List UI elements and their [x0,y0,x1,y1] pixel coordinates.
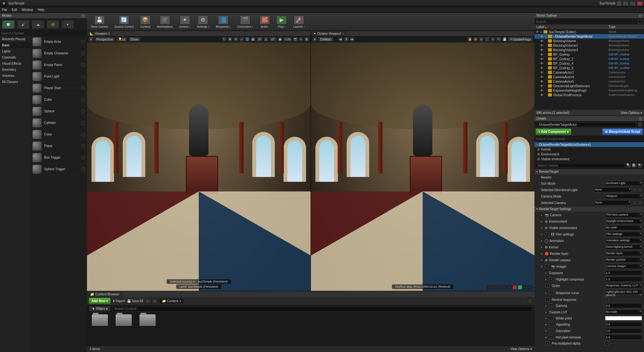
camera-speed-icon[interactable]: 📷 [293,37,298,42]
visibility-icon[interactable]: 👁 [540,39,544,43]
octane-accept-icon[interactable] [518,285,522,290]
section-header[interactable]: ▾RenderTarget [534,169,644,174]
content-browser-tab[interactable]: 📁 Content Browser [87,292,122,297]
property-combo[interactable]: Render passes ▾ [605,257,642,263]
maximize-viewport-icon[interactable]: ⊞ [304,37,309,42]
property-input[interactable] [605,270,642,275]
browse-icon[interactable] [638,122,643,127]
outliner-row[interactable]: 👁ExponentialHeightFog2ExponentialHeightF… [534,88,644,93]
actor-item[interactable]: Sphere Triggeri [31,163,87,175]
category-item[interactable]: Lights [0,48,31,54]
toolbar-content[interactable]: 📦Content [139,15,152,29]
octane-picker-icon[interactable]: ✎ [496,37,501,42]
coord-space-icon[interactable]: 🌐 [245,37,250,42]
foliage-mode-icon[interactable]: 🌿 [46,20,59,29]
outliner-view-options[interactable]: View Options ▾ [620,111,642,115]
toolbar-launch[interactable]: 🚀Launch▾ [292,15,306,29]
actor-item[interactable]: Empty Pawni [31,59,87,71]
visibility-icon[interactable]: 👁 [540,35,544,38]
outliner-row[interactable]: 👁BlockingVolume3BlockingVolume [534,48,644,52]
checkbox-icon[interactable]: ✓ [549,335,553,339]
info-icon[interactable]: i [81,167,85,171]
property-combo[interactable]: Render layer ▾ [605,251,642,256]
viewport-lit[interactable]: 💡Lit [116,37,128,42]
octane-demain-button[interactable]: DeMain [318,37,333,42]
maximize-button[interactable] [630,1,636,6]
component-row[interactable]: - OctaneRenderTargetActor(Instance) [534,142,644,147]
component-row[interactable]: ⚙Visible environment [534,157,644,162]
use-icon[interactable] [638,188,642,192]
visibility-icon[interactable]: 👁 [540,48,544,52]
octane-bl-icon[interactable] [507,285,512,290]
toolbar-marketplace[interactable]: 🛒Marketplace [156,15,174,29]
category-item[interactable]: Visual Effects [0,60,31,67]
octane-record-icon[interactable] [513,285,517,290]
property-combo[interactable]: Dominant Light ▾ [605,181,642,186]
toolbar-cinematics[interactable]: 🎬Cinematics▾ [236,15,255,29]
filters-button[interactable]: ▼ Filters ▾ [89,306,111,311]
actor-item[interactable]: Player Starti [31,82,87,94]
component-row[interactable]: ⚙Environment [534,152,644,157]
viewport-perspective[interactable]: Perspective [94,37,115,42]
outliner-row-type[interactable]: Edit BP_Godray [609,66,644,69]
landscape-mode-icon[interactable]: ⛰ [32,20,44,29]
outliner-col-type[interactable]: Type [609,25,644,29]
checkbox-icon[interactable]: ✓ [549,322,553,326]
outliner-row[interactable]: 👁BlockingVolume2BlockingVolume [534,43,644,48]
close-tab-icon[interactable]: × [342,32,344,35]
category-item[interactable]: Cinematic [0,54,31,60]
outliner-row[interactable]: 👁Global PostProcessPostProcessVolume [534,93,644,97]
info-icon[interactable]: i [81,121,85,125]
place-mode-icon[interactable]: 🧊 [2,20,15,29]
property-combo[interactable]: None ▾ [594,187,631,192]
search-classes-input[interactable]: Search Classes [0,30,87,36]
checkbox-icon[interactable]: ✓ [545,284,549,288]
property-combo[interactable]: No node ▾ [605,310,642,315]
blueprint-button[interactable]: ⚙ Blueprint/Add Script [602,129,643,135]
actor-item[interactable]: Empty Actori [31,36,87,48]
visibility-icon[interactable]: 👁 [536,30,540,34]
dock-icon[interactable] [639,14,642,17]
transform-scale-icon[interactable]: ⤢ [239,37,244,42]
visibility-icon[interactable]: 👁 [540,84,544,88]
info-icon[interactable]: i [81,133,85,136]
snap-angle-value[interactable]: 10° [269,37,277,42]
camera-speed-value[interactable]: 4 [299,37,303,42]
visibility-icon[interactable]: 👁 [540,66,544,70]
folder-item[interactable] [90,314,110,330]
menu-help[interactable]: Help [38,8,44,12]
save-icon[interactable] [617,1,621,6]
toolbar-build[interactable]: 🧱Build▾ [258,15,271,29]
property-combo[interactable]: None ▾ [594,200,631,205]
snap-scale-icon[interactable]: ▣ [277,37,283,42]
dock-icon[interactable] [639,117,642,120]
minimize-button[interactable] [623,1,629,6]
octane-lock-icon[interactable]: 🔒 [467,37,472,42]
octane-render[interactable]: 512/512 s/px, 00:02:22/00:02:22, (finish… [311,42,534,291]
info-icon[interactable]: i [81,40,85,44]
octane-bl-icon[interactable] [487,285,491,290]
actor-item[interactable]: Box Triggeri [31,152,87,163]
eye-icon[interactable]: 👁 [638,163,643,168]
octane-options-icon[interactable]: ▾ [312,37,317,42]
search-icon[interactable]: 🔍 [626,163,631,168]
matrix-icon[interactable]: ▦ [632,163,637,168]
toolbar-blueprints[interactable]: 📘Blueprints▾ [215,15,232,29]
property-combo[interactable]: No node ▾ [605,225,642,230]
property-combo[interactable]: Viewport ▾ [605,194,642,199]
property-combo[interactable]: Animation settings ▾ [605,238,642,243]
octane-bl-icon[interactable] [528,285,533,290]
octane-bl-icon[interactable] [502,285,507,290]
category-item[interactable]: All Classes [0,79,31,85]
info-icon[interactable]: i [81,75,85,79]
outliner-row[interactable]: 👁▾SunTemple (Editor)World [534,30,644,34]
outliner-row[interactable]: 👁CameraActor4CameraActor [534,75,644,79]
property-input[interactable] [605,303,642,308]
category-item[interactable]: Volumes [0,73,31,79]
find-icon[interactable] [632,200,637,205]
actor-item[interactable]: Empty Characteri [31,48,87,59]
menu-file[interactable]: File [2,8,7,12]
transform-select-icon[interactable]: ↖ [222,37,227,42]
outliner-row-type[interactable]: Edit BP_Godray [609,57,644,60]
octane-pause-icon[interactable]: ⏸ [344,37,349,42]
